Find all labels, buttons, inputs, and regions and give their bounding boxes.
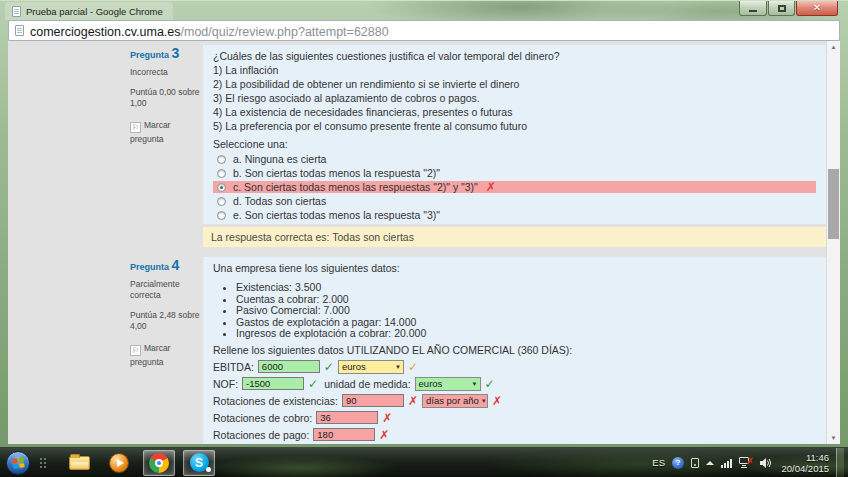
radio-button[interactable]: [217, 183, 226, 192]
skype-taskbar-button[interactable]: S: [183, 450, 215, 476]
page-icon: [15, 25, 24, 36]
taskbar-grip: [40, 458, 46, 468]
field-input[interactable]: 180: [313, 428, 375, 441]
question-3-statements: 1) La inflación2) La posibilidad de obte…: [213, 64, 816, 133]
field-input[interactable]: -1500: [242, 377, 304, 390]
question-3-state: Incorrecta: [130, 67, 201, 78]
media-player-taskbar-button[interactable]: [103, 450, 135, 476]
vertical-scrollbar[interactable]: ▲ ▼: [826, 41, 840, 444]
cross-icon: ✗: [408, 396, 418, 406]
speaker-icon[interactable]: [759, 457, 772, 469]
scroll-up-arrow[interactable]: ▲: [827, 41, 840, 53]
network-disconnected-icon[interactable]: ✗: [739, 457, 752, 469]
company-data-item: Ingresos de explotación a cobrar: 20.000: [236, 328, 816, 340]
answer-option[interactable]: d. Todas son ciertas: [213, 195, 816, 207]
cross-icon: ✗: [379, 430, 389, 440]
radio-button[interactable]: [217, 155, 226, 164]
answer-option-label: d. Todas son ciertas: [233, 195, 326, 207]
language-indicator[interactable]: ES: [652, 457, 665, 468]
question-4-block: Pregunta 4 Parcialmentecorrecta Puntúa 2…: [8, 253, 826, 444]
show-hidden-icons-arrow[interactable]: [706, 461, 714, 465]
scrollbar-thumb[interactable]: [828, 169, 839, 239]
field-label: EBITDA:: [213, 361, 254, 373]
form-field-row: Rotaciones de cobro:36✗: [213, 411, 816, 425]
question-4-grade: Puntúa 2,48 sobre4,00: [130, 310, 201, 332]
answer-option-label: c. Son ciertas todas menos las respuesta…: [233, 181, 478, 193]
field-select[interactable]: días por año▼: [422, 394, 488, 408]
question-4-intro: Una empresa tiene los siguientes datos:: [213, 262, 816, 275]
answer-option[interactable]: e. Son ciertas todas menos la respuesta …: [213, 209, 816, 221]
url-path: /mod/quiz/review.php?attempt=62880: [181, 25, 389, 39]
system-tray: ES ? ✗ 11:4620/04/2015: [652, 448, 848, 477]
answer-option-label: e. Son ciertas todas menos la respuesta …: [233, 209, 440, 221]
flag-question-link[interactable]: ⚐Marcar pregunta: [130, 342, 201, 368]
question-3-content: ¿Cuáles de las siguientes cuestiones jus…: [203, 45, 826, 224]
page-favicon-icon: [12, 6, 21, 17]
tray-status-icon[interactable]: [691, 458, 699, 468]
radio-button[interactable]: [217, 169, 226, 178]
field-input[interactable]: 36: [316, 411, 378, 424]
select-value: días por año: [426, 395, 479, 406]
answer-prompt: Seleccione una:: [213, 138, 816, 151]
field-select[interactable]: euros▼: [415, 377, 481, 391]
explorer-taskbar-button[interactable]: [63, 450, 95, 476]
chevron-down-icon: ▼: [395, 364, 401, 370]
form-field-row: Rotaciones de pago:180✗: [213, 428, 816, 442]
maximize-icon: [778, 5, 786, 12]
field-label: Rotaciones de pago:: [213, 429, 309, 441]
radio-button[interactable]: [217, 211, 226, 220]
radio-button[interactable]: [217, 197, 226, 206]
incorrect-cross-icon: ✗: [486, 182, 496, 192]
field-label: unidad de medida:: [324, 378, 410, 390]
field-select[interactable]: euros▼: [338, 360, 404, 374]
start-button[interactable]: [6, 451, 30, 475]
question-3-block: Pregunta 3 Incorrecta Puntúa 0,00 sobre1…: [8, 41, 826, 224]
question-statement: 1) La inflación: [213, 64, 816, 77]
answer-options: a. Ninguna es ciertab. Son ciertas todas…: [213, 153, 816, 221]
screen: Prueba parcial - Google Chrome ✕ comerci…: [0, 0, 848, 477]
tray-time: 11:46: [806, 452, 829, 463]
close-button[interactable]: ✕: [796, 1, 838, 16]
chrome-taskbar-button[interactable]: [143, 450, 175, 476]
minimize-button[interactable]: [739, 1, 767, 16]
signal-bars-icon[interactable]: [721, 458, 732, 468]
browser-window: Prueba parcial - Google Chrome ✕ comerci…: [0, 0, 848, 447]
radio-dot: [220, 186, 223, 189]
answer-option-label: a. Ninguna es cierta: [233, 153, 326, 165]
select-value: euros: [342, 361, 366, 372]
window-controls: ✕: [738, 1, 838, 16]
field-label: Rotaciones de existencias:: [213, 395, 338, 407]
taskbar: S ES ? ✗ 11:4620/04/2015: [0, 447, 848, 477]
scroll-down-arrow[interactable]: ▼: [827, 432, 840, 444]
window-titlebar[interactable]: Prueba parcial - Google Chrome ✕: [8, 1, 840, 20]
answer-option[interactable]: b. Son ciertas todas menos la respuesta …: [213, 167, 816, 179]
correct-answer-feedback: La respuesta correcta es: Todas son cier…: [203, 227, 826, 247]
question-4-content: Una empresa tiene los siguientes datos: …: [203, 257, 826, 444]
question-3-info: Pregunta 3 Incorrecta Puntúa 0,00 sobre1…: [8, 45, 203, 224]
maximize-button[interactable]: [768, 1, 795, 16]
clock[interactable]: 11:4620/04/2015: [779, 452, 829, 474]
chrome-icon: [149, 453, 169, 473]
question-4-state: Parcialmentecorrecta: [130, 279, 201, 301]
answer-option[interactable]: a. Ninguna es cierta: [213, 153, 816, 165]
question-4-info: Pregunta 4 Parcialmentecorrecta Puntúa 2…: [8, 257, 203, 444]
show-desktop-button[interactable]: [836, 448, 844, 477]
cross-icon: ✗: [492, 396, 502, 406]
answer-option-label: b. Son ciertas todas menos la respuesta …: [233, 167, 440, 179]
form-field-row: NOF:-1500✓unidad de medida:euros▼✓: [213, 377, 816, 391]
select-value: euros: [419, 378, 443, 389]
flag-question-link[interactable]: ⚐Marcar pregunta: [130, 119, 201, 145]
field-input[interactable]: 6000: [258, 360, 320, 373]
help-icon[interactable]: ?: [672, 457, 684, 469]
address-bar[interactable]: comerciogestion.cv.uma.es/mod/quiz/revie…: [8, 20, 840, 41]
form-field-row: EBITDA:6000✓euros▼✓: [213, 360, 816, 374]
question-statement: 2) La posibilidad de obtener un rendimie…: [213, 78, 816, 91]
question-3-text: ¿Cuáles de las siguientes cuestiones jus…: [213, 50, 816, 63]
answer-option[interactable]: c. Son ciertas todas menos las respuesta…: [213, 181, 816, 193]
check-icon: ✓: [324, 362, 334, 372]
company-data-list: Existencias: 3.500Cuentas a cobrar: 2.00…: [236, 282, 816, 340]
quiz-review-page: Pregunta 3 Incorrecta Puntúa 0,00 sobre1…: [8, 41, 826, 444]
field-input[interactable]: 90: [342, 394, 404, 407]
company-data-item: Existencias: 3.500: [236, 282, 816, 294]
check-icon: ✓: [408, 362, 418, 372]
